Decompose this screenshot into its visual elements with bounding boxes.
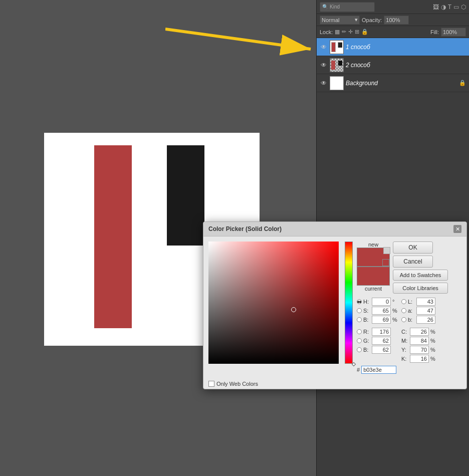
lab-a-row: a:: [401, 307, 436, 315]
current-color-swatch: [357, 267, 390, 286]
layer-name-2: 2 способ: [346, 62, 466, 69]
yellow-row: Y: %: [401, 346, 436, 354]
lock-artboard-icon[interactable]: ⊞: [355, 29, 359, 35]
only-web-colors-label: Only Web Colors: [216, 381, 258, 387]
lock-brush-icon[interactable]: ✏: [342, 29, 346, 35]
color-picker-dialog: Color Picker (Solid Color) ✕ new ⊡: [203, 221, 467, 389]
green-radio[interactable]: [357, 338, 362, 343]
green-label: G:: [363, 338, 370, 344]
blue-input[interactable]: [372, 346, 391, 354]
color-field[interactable]: [208, 242, 339, 364]
saturation-input[interactable]: [372, 307, 391, 315]
black-row: K: %: [401, 355, 436, 363]
magenta-label: M:: [401, 338, 408, 344]
green-input[interactable]: [372, 337, 391, 345]
layers-toolbar: 🔍 Kind 🖼 ◑ T ▭ ⬡: [317, 0, 469, 14]
brightness-unit: %: [392, 317, 398, 323]
red-label: R:: [363, 329, 370, 335]
cyan-input[interactable]: [410, 328, 429, 336]
layer-visibility-background[interactable]: 👁: [320, 79, 328, 87]
only-web-colors-checkbox[interactable]: [208, 381, 214, 387]
kind-label: Kind: [330, 4, 340, 10]
lock-icons: ▦ ✏ ✛ ⊞ 🔒: [335, 29, 368, 35]
saturation-row: S: %: [357, 307, 398, 315]
hue-input[interactable]: [372, 298, 391, 306]
adjustment-kind-icon[interactable]: ◑: [441, 4, 446, 11]
hue-unit: °: [392, 299, 398, 305]
brightness-radio[interactable]: [357, 317, 362, 322]
red-radio[interactable]: [357, 329, 362, 334]
right-section: new ⊡ current OK Cancel Add to Swatches …: [357, 242, 461, 374]
blend-mode-chevron: ▾: [355, 17, 358, 23]
red-input[interactable]: [372, 328, 391, 336]
lab-a-radio[interactable]: [401, 308, 406, 313]
cancel-button[interactable]: Cancel: [393, 256, 433, 268]
smartobject-kind-icon[interactable]: ⬡: [461, 4, 466, 11]
opacity-value[interactable]: 100%: [384, 16, 409, 25]
saturation-radio[interactable]: [357, 308, 362, 313]
yellow-input[interactable]: [410, 346, 429, 354]
opacity-label: Opacity:: [362, 17, 382, 23]
lab-b-label: b:: [408, 317, 415, 323]
color-field-dark-overlay: [208, 242, 339, 364]
brightness-label: B:: [363, 317, 370, 323]
saturation-unit: %: [392, 308, 398, 314]
lock-checkerboard-icon[interactable]: ▦: [335, 29, 340, 35]
fill-value[interactable]: 100%: [441, 28, 466, 37]
hex-input[interactable]: [361, 366, 396, 374]
hue-radio[interactable]: [357, 299, 362, 304]
ok-button[interactable]: OK: [393, 242, 433, 254]
lock-move-icon[interactable]: ✛: [348, 29, 353, 35]
new-color-inner-swatch: [382, 259, 389, 266]
magenta-unit: %: [430, 338, 436, 344]
brightness-input[interactable]: [372, 316, 391, 324]
hex-row: #: [357, 366, 461, 374]
layer-item-2[interactable]: 👁 2 способ: [317, 56, 469, 74]
lab-a-label: a:: [408, 308, 415, 314]
lightness-row: L:: [401, 298, 436, 306]
layer-thumbnail-2: [330, 58, 344, 72]
lightness-input[interactable]: [416, 298, 435, 306]
color-libraries-button[interactable]: Color Libraries: [393, 283, 448, 294]
layer-visibility-2[interactable]: 👁: [320, 61, 328, 69]
yellow-label: Y:: [401, 347, 408, 353]
layer-item-background[interactable]: 👁 Background 🔒: [317, 74, 469, 92]
cyan-label: C:: [401, 329, 408, 335]
lock-row: Lock: ▦ ✏ ✛ ⊞ 🔒 Fill: 100%: [317, 26, 469, 38]
color-values-right: L: a: b:: [401, 298, 436, 363]
lightness-radio[interactable]: [401, 299, 406, 304]
lock-all-icon[interactable]: 🔒: [361, 29, 368, 35]
opacity-row: Normal ▾ Opacity: 100%: [317, 14, 469, 26]
blue-radio[interactable]: [357, 347, 362, 352]
lab-b-row: b:: [401, 316, 436, 324]
black-label: K:: [401, 356, 408, 362]
layer-lock-icon: 🔒: [459, 80, 466, 86]
lab-b-input[interactable]: [416, 316, 435, 324]
lab-a-input[interactable]: [416, 307, 435, 315]
yellow-unit: %: [430, 347, 436, 353]
dialog-titlebar: Color Picker (Solid Color) ✕: [203, 222, 466, 236]
hue-row: H: °: [357, 298, 398, 306]
layers-search-box[interactable]: 🔍 Kind: [320, 2, 375, 12]
blend-mode-select[interactable]: Normal ▾: [320, 16, 360, 25]
color-values-left: H: ° S: % B:: [357, 298, 398, 363]
magenta-input[interactable]: [410, 337, 429, 345]
text-kind-icon[interactable]: T: [448, 4, 451, 11]
layer-visibility-1[interactable]: 👁: [320, 43, 328, 51]
layer-item-1[interactable]: 👁 1 способ: [317, 38, 469, 56]
hue-slider[interactable]: [345, 242, 353, 364]
image-kind-icon[interactable]: 🖼: [433, 4, 439, 11]
black-rectangle: [167, 145, 204, 246]
dialog-close-button[interactable]: ✕: [453, 225, 461, 233]
dialog-body: new ⊡ current OK Cancel Add to Swatches …: [203, 236, 466, 379]
black-input[interactable]: [410, 355, 429, 363]
layer-name-background: Background: [346, 80, 457, 87]
lab-b-radio[interactable]: [401, 317, 406, 322]
lightness-label: L:: [408, 299, 415, 305]
new-color-swatch: ⊡: [357, 248, 390, 267]
add-to-swatches-button[interactable]: Add to Swatches: [393, 270, 448, 281]
shape-kind-icon[interactable]: ▭: [453, 4, 459, 11]
red-row: R:: [357, 328, 398, 336]
hex-hash-symbol: #: [357, 367, 360, 373]
new-color-label: new: [368, 242, 378, 248]
